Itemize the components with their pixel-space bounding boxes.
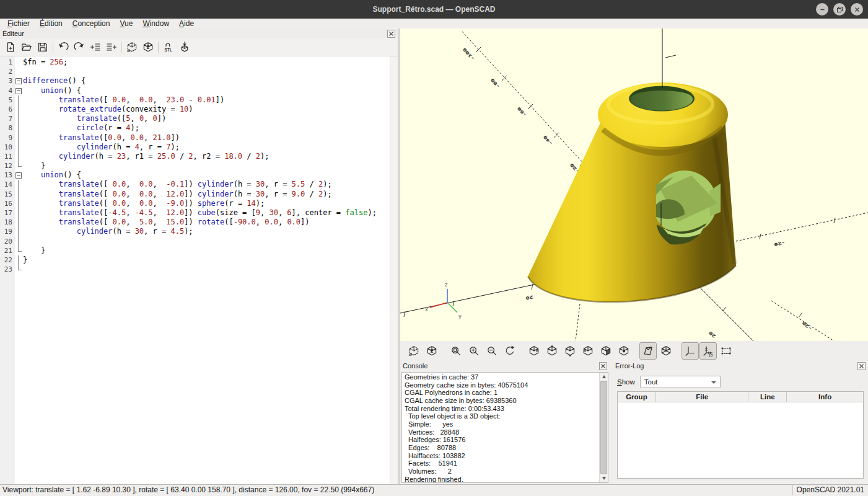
code-line[interactable]: 19 cylinder(h = 30, r = 4.5); [0, 227, 390, 236]
line-number: 16 [0, 199, 15, 208]
reset-view-button[interactable] [501, 342, 519, 360]
code-line[interactable]: 7 translate([5, 0, 0]) [0, 114, 390, 123]
svg-text:-80: -80 [490, 78, 501, 89]
errorlog-column-info[interactable]: Info [787, 392, 863, 402]
code-line[interactable]: 22} [0, 255, 390, 265]
preview-button[interactable]: » [405, 342, 423, 360]
folder-open-button[interactable] [19, 40, 35, 55]
show-edges-button[interactable] [717, 342, 735, 360]
code-line[interactable]: 11 cylinder(h = 23, r1 = 25.0 / 2, r2 = … [0, 152, 390, 161]
scroll-down-icon[interactable] [600, 474, 608, 482]
code-line[interactable]: 10 cylinder(h = 4, r = 7); [0, 143, 390, 152]
window-restore-button[interactable] [833, 3, 846, 16]
errorlog-table[interactable]: GroupFileLineInfo [617, 391, 864, 479]
view-center-button[interactable] [615, 342, 633, 360]
code-line[interactable]: 4 union() { [0, 86, 390, 95]
minimize-icon [819, 6, 826, 13]
preview-button[interactable]: » [124, 40, 140, 55]
view-left-button[interactable] [579, 342, 597, 360]
preview-icon: » [126, 41, 138, 53]
origin-gizmo: z x y [425, 282, 462, 319]
viewport-3d[interactable]: -100 -80 -60 -40 -20 20 -20 20 -20 [400, 29, 868, 341]
fold-marker [15, 246, 23, 255]
code-line[interactable]: 2 [0, 67, 390, 76]
console-scrollbar[interactable] [599, 373, 608, 482]
indent-button[interactable] [87, 40, 103, 55]
menu-édition[interactable]: Édition [35, 19, 68, 28]
code-line[interactable]: 16 translate([ 0.0, 0.0, -9.0]) sphere(r… [0, 199, 390, 208]
view-bottom-button[interactable] [561, 342, 579, 360]
line-number: 1 [0, 58, 15, 67]
line-number: 7 [0, 114, 15, 123]
render-icon [426, 345, 438, 357]
code-line[interactable]: 5 translate([ 0.0, 0.0, 23.0 - 0.01]) [0, 95, 390, 105]
zoom-out-button[interactable] [483, 342, 501, 360]
menu-conception[interactable]: Conception [68, 19, 115, 28]
surfaces-button[interactable] [639, 342, 657, 360]
show-scale-button[interactable]: 10 [699, 342, 717, 360]
view-top-button[interactable] [543, 342, 561, 360]
errorlog-column-file[interactable]: File [656, 392, 749, 402]
svg-text:-20: -20 [801, 321, 813, 331]
errorlog-panel-title: Error-Log [615, 362, 857, 370]
fold-marker[interactable] [15, 86, 23, 95]
unindent-button[interactable] [103, 40, 120, 55]
save-button[interactable] [35, 40, 51, 55]
code-line[interactable]: 9 translate([0.0, 0.0, 21.0]) [0, 133, 390, 143]
console-line: Top level object is a 3D object: [405, 412, 598, 420]
viewport-canvas[interactable]: -100 -80 -60 -40 -20 20 -20 20 -20 [400, 29, 868, 341]
errorlog-column-group[interactable]: Group [618, 392, 656, 402]
window-close-button[interactable] [851, 3, 863, 16]
console-line: Rendering finished. [405, 476, 598, 482]
code-line[interactable]: 23 [0, 265, 390, 274]
close-icon[interactable] [857, 362, 866, 370]
errorlog-filter-select[interactable]: Tout [640, 376, 721, 388]
view-right-button[interactable] [525, 342, 543, 360]
code-line[interactable]: 20 [0, 237, 390, 246]
view-bottom-icon [564, 345, 576, 357]
code-line[interactable]: 1$fn = 256; [0, 58, 390, 67]
menu-fichier[interactable]: Fichier [2, 19, 35, 28]
wireframe-button[interactable] [657, 342, 675, 360]
console-output[interactable]: Geometries in cache: 37Geometry cache si… [401, 372, 608, 483]
zoom-in-button[interactable] [465, 342, 483, 360]
code-editor[interactable]: 1$fn = 256;23difference() {4 union() {5 … [0, 56, 398, 484]
redo-button[interactable] [71, 40, 87, 55]
close-icon[interactable] [599, 362, 607, 370]
export-stl-button[interactable]: STL [160, 40, 177, 55]
code-line[interactable]: 6 rotate_extrude(convexity = 10) [0, 105, 390, 114]
scroll-up-icon[interactable] [600, 373, 608, 381]
code-line[interactable]: 3difference() { [0, 76, 390, 86]
window-minimize-button[interactable] [816, 3, 828, 16]
indent-icon [89, 41, 102, 53]
show-axes-button[interactable] [682, 342, 699, 360]
code-line[interactable]: 15 translate([ 0.0, 0.0, 12.0]) cylinder… [0, 190, 390, 199]
fold-marker[interactable] [15, 170, 23, 180]
menu-window[interactable]: Window [138, 19, 174, 28]
file-new-button[interactable] [2, 40, 19, 55]
code-line[interactable]: 21 } [0, 246, 390, 255]
code-line[interactable]: 17 translate([-4.5, -4.5, 12.0]) cube(si… [0, 208, 390, 218]
zoom-all-button[interactable] [447, 342, 465, 360]
code-line[interactable]: 14 translate([ 0.0, 0.0, -0.1]) cylinder… [0, 180, 390, 189]
code-line[interactable]: 18 translate([ 0.0, 5.0, 15.0]) rotate([… [0, 218, 390, 227]
code-line[interactable]: 12 } [0, 161, 390, 170]
view-diagonal-button[interactable] [597, 342, 615, 360]
view-top-icon [546, 345, 558, 357]
fold-marker[interactable] [15, 76, 23, 86]
code-line[interactable]: 13 union() { [0, 170, 390, 180]
export-part-button[interactable] [177, 40, 193, 55]
render-button[interactable] [423, 342, 441, 360]
menu-aide[interactable]: Aide [174, 19, 199, 28]
render-icon [142, 41, 154, 53]
code-line[interactable]: 8 circle(r = 4); [0, 123, 390, 133]
errorlog-column-line[interactable]: Line [748, 392, 787, 402]
fold-marker [15, 67, 23, 76]
undo-button[interactable] [55, 40, 71, 55]
scrollbar-thumb[interactable] [600, 381, 607, 474]
close-icon[interactable] [387, 30, 395, 38]
render-button[interactable] [140, 40, 156, 55]
editor-scrollbar[interactable] [390, 56, 398, 484]
menu-vue[interactable]: Vue [115, 19, 138, 28]
model-hole [629, 86, 695, 112]
